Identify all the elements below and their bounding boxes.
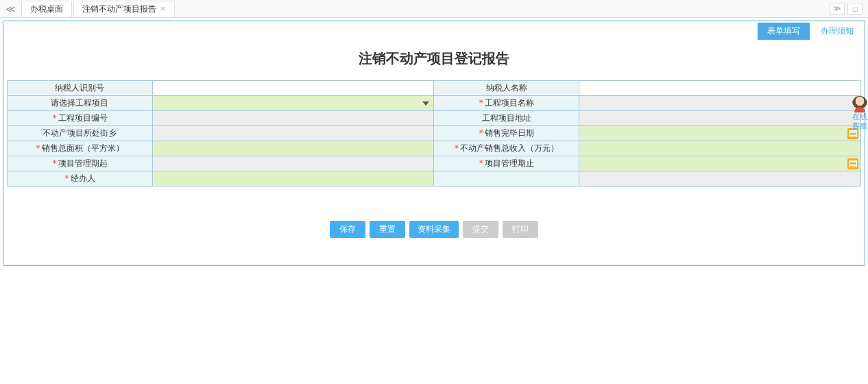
tabs-scroll-left-icon[interactable]: ≪ <box>0 3 21 14</box>
tab-cancel-report[interactable]: 注销不动产项目报告 × <box>73 1 175 17</box>
value-mgmt-start <box>152 156 434 171</box>
chevron-down-icon[interactable] <box>422 101 429 106</box>
label-empty <box>434 171 579 187</box>
form-panel: 表单填写 办理须知 注销不动产项目登记报告 纳税人识别号 纳税人名称 请选择工程… <box>3 21 865 266</box>
sale-area-input[interactable] <box>152 141 434 156</box>
tab-label: 办税桌面 <box>30 1 63 17</box>
online-service-label: 在线客服 <box>852 112 868 130</box>
handler-input[interactable] <box>152 171 434 187</box>
label-mgmt-end: *项目管理期止 <box>434 156 579 171</box>
form-table: 纳税人识别号 纳税人名称 请选择工程项目 *工程项目名称 *工程项目编号 工程项… <box>7 80 861 187</box>
label-select-project: 请选择工程项目 <box>8 96 153 111</box>
label-sale-revenue: *不动产销售总收入（万元） <box>434 141 579 156</box>
label-sale-done: *销售完毕日期 <box>434 126 579 141</box>
label-project-name: *工程项目名称 <box>434 96 579 111</box>
label-project-addr: 工程项目地址 <box>434 111 579 126</box>
save-button[interactable]: 保存 <box>330 221 365 238</box>
form-title: 注销不动产项目登记报告 <box>3 40 865 80</box>
tab-desktop[interactable]: 办税桌面 <box>21 1 72 17</box>
sale-done-date-input[interactable] <box>579 126 861 141</box>
tab-label: 注销不动产项目报告 <box>82 1 156 17</box>
calendar-icon[interactable] <box>847 158 858 169</box>
tab-process-notice[interactable]: 办理须知 <box>811 23 863 40</box>
maximize-icon[interactable]: □ <box>847 3 863 15</box>
label-mgmt-start: *项目管理期起 <box>8 156 153 171</box>
value-taxpayer-id <box>152 81 434 96</box>
tabs-scroll-right-icon[interactable]: ≫ <box>830 3 845 15</box>
form-toolbar: 表单填写 办理须知 <box>3 21 865 40</box>
label-taxpayer-id: 纳税人识别号 <box>8 81 153 96</box>
close-icon[interactable]: × <box>160 1 166 17</box>
sale-revenue-input[interactable] <box>579 141 861 156</box>
print-button: 打印 <box>503 221 538 238</box>
value-empty <box>579 171 861 187</box>
value-township <box>152 126 434 141</box>
tab-bar: ≪ 办税桌面 注销不动产项目报告 × ≫ □ <box>0 0 868 18</box>
online-service-widget[interactable]: 在线客服 <box>852 96 868 130</box>
value-project-no <box>152 111 434 126</box>
collect-button[interactable]: 资料采集 <box>409 221 459 238</box>
value-taxpayer-name <box>579 81 861 96</box>
label-township: 不动产项目所处街乡 <box>8 126 153 141</box>
tab-form-fill[interactable]: 表单填写 <box>758 23 810 40</box>
avatar-icon <box>852 96 867 111</box>
label-handler: *经办人 <box>8 171 153 187</box>
label-project-no: *工程项目编号 <box>8 111 153 126</box>
value-project-name <box>579 96 861 111</box>
value-project-addr <box>579 111 861 126</box>
project-select-dropdown[interactable] <box>152 96 434 111</box>
action-button-row: 保存 重置 资料采集 提交 打印 <box>3 221 865 238</box>
label-taxpayer-name: 纳税人名称 <box>434 81 579 96</box>
reset-button[interactable]: 重置 <box>370 221 405 238</box>
mgmt-end-date-input[interactable] <box>579 156 861 171</box>
submit-button: 提交 <box>463 221 498 238</box>
label-sale-area: *销售总面积（平方米） <box>8 141 153 156</box>
